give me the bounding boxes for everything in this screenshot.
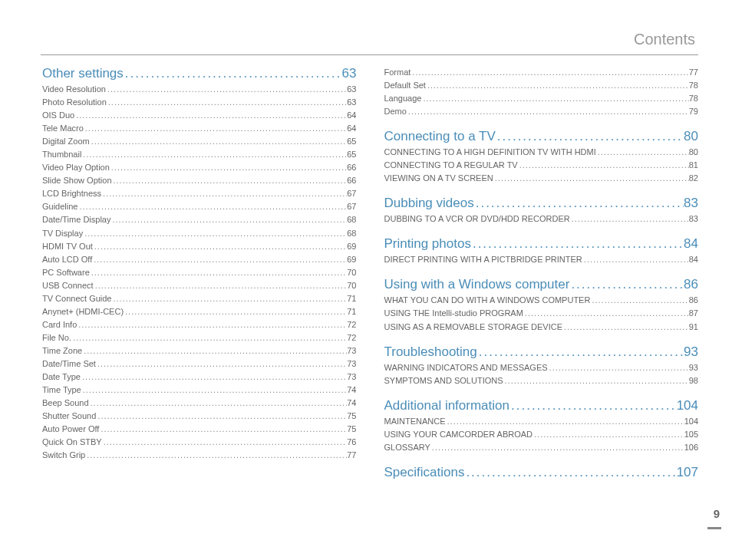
toc-entry[interactable]: HDMI TV Out.............................… — [42, 240, 357, 253]
entry-label: TV Connect Guide — [42, 292, 112, 305]
section-page: 83 — [684, 196, 698, 211]
toc-entry[interactable]: USING YOUR CAMCORDER ABROAD.............… — [384, 428, 699, 441]
entry-label: Video Resolution — [42, 83, 106, 96]
entry-label: WHAT YOU CAN DO WITH A WINDOWS COMPUTER — [384, 294, 591, 307]
entry-page: 73 — [347, 357, 356, 371]
header-rule — [41, 54, 698, 55]
leader-dots: ........................................… — [92, 253, 347, 266]
toc-section-heading[interactable]: Additional information..................… — [384, 398, 699, 413]
entry-label: Demo — [384, 105, 407, 118]
entry-page: 63 — [347, 96, 356, 109]
toc-entry[interactable]: Tele Macro..............................… — [42, 122, 357, 135]
toc-entry[interactable]: Digital Zoom............................… — [42, 135, 357, 148]
leader-dots: ........................................… — [71, 331, 347, 344]
entry-page: 64 — [347, 109, 356, 122]
entry-label: Thumbnail — [42, 148, 81, 161]
section-title: Specifications — [384, 465, 465, 480]
entry-label: USING YOUR CAMCORDER ABROAD — [384, 428, 533, 441]
entry-label: HDMI TV Out — [42, 240, 93, 253]
entry-page: 71 — [347, 292, 356, 305]
section-title: Using with a Windows computer — [384, 277, 570, 292]
leader-dots: ........................................… — [533, 428, 684, 441]
toc-entry[interactable]: Switch Grip.............................… — [42, 449, 357, 462]
leader-dots: ........................................… — [106, 83, 347, 96]
toc-entry[interactable]: LCD Brightness..........................… — [42, 187, 357, 200]
toc-section-heading[interactable]: Using with a Windows computer...........… — [384, 277, 699, 292]
toc-entry[interactable]: PC Software.............................… — [42, 266, 357, 279]
entry-page: 87 — [689, 307, 698, 320]
toc-section-heading[interactable]: Printing photos.........................… — [384, 236, 699, 252]
toc-entry[interactable]: Card Info...............................… — [42, 318, 357, 331]
toc-entry[interactable]: Language................................… — [384, 92, 699, 105]
leader-dots: ........................................… — [596, 146, 689, 159]
entry-label: VIEWING ON A TV SCREEN — [384, 172, 493, 185]
toc-entry[interactable]: Beep Sound..............................… — [42, 397, 357, 410]
toc-entry[interactable]: Time Type...............................… — [42, 384, 357, 397]
leader-dots: ........................................… — [110, 161, 347, 174]
entry-label: MAINTENANCE — [384, 415, 446, 428]
toc-entry[interactable]: Format..................................… — [384, 66, 699, 79]
toc-entry[interactable]: CONNECTING TO A HIGH DEFINITION TV WITH … — [384, 146, 699, 159]
toc-entry[interactable]: Auto LCD Off............................… — [42, 253, 357, 266]
toc-entry[interactable]: GLOSSARY................................… — [384, 441, 699, 454]
toc-entry[interactable]: Shutter Sound...........................… — [42, 410, 357, 423]
toc-entry[interactable]: CONNECTING TO A REGULAR TV..............… — [384, 159, 699, 172]
leader-dots: ........................................… — [81, 384, 348, 397]
toc-entry[interactable]: Date/Time Set...........................… — [42, 357, 357, 371]
leader-dots: ........................................… — [590, 294, 688, 307]
leader-dots: ........................................… — [124, 66, 342, 81]
toc-section-heading[interactable]: Connecting to a TV......................… — [384, 129, 699, 144]
toc-entry[interactable]: TV Connect Guide........................… — [42, 292, 357, 305]
toc-entry[interactable]: USING THE Intelli-studio PROGRAM........… — [384, 307, 699, 320]
toc-entry[interactable]: WARNING INDICATORS AND MESSAGES.........… — [384, 361, 699, 374]
toc-entry[interactable]: DUBBING TO A VCR OR DVD/HDD RECORDER....… — [384, 212, 699, 226]
entry-page: 76 — [347, 436, 356, 449]
toc-entry[interactable]: Date Type...............................… — [42, 371, 357, 384]
section-title: Printing photos — [384, 236, 471, 252]
leader-dots: ........................................… — [474, 196, 684, 211]
toc-entry[interactable]: WHAT YOU CAN DO WITH A WINDOWS COMPUTER.… — [384, 294, 699, 307]
section-title: Troubleshooting — [384, 344, 477, 360]
entry-page: 68 — [347, 227, 356, 240]
toc-entry[interactable]: Video Resolution........................… — [42, 83, 357, 96]
toc-entry[interactable]: Quick On STBY...........................… — [42, 436, 357, 449]
leader-dots: ........................................… — [110, 213, 347, 226]
toc-entry[interactable]: Guideline...............................… — [42, 200, 357, 213]
toc-entry[interactable]: Anynet+ (HDMI-CEC)......................… — [42, 305, 357, 318]
leader-dots: ........................................… — [82, 344, 347, 357]
toc-entry[interactable]: Video Play Option.......................… — [42, 161, 357, 174]
toc-section-heading[interactable]: Other settings..........................… — [42, 66, 357, 81]
entry-label: SYMPTOMS AND SOLUTIONS — [384, 374, 503, 387]
entry-label: Date/Time Set — [42, 357, 96, 371]
toc-entry[interactable]: File No.................................… — [42, 331, 357, 344]
toc-entry[interactable]: Default Set.............................… — [384, 79, 699, 92]
toc-entry[interactable]: USING AS A REMOVABLE STORAGE DEVICE.....… — [384, 321, 699, 334]
toc-entry[interactable]: TV Display..............................… — [42, 227, 357, 240]
leader-dots: ........................................… — [112, 174, 348, 187]
entry-page: 79 — [689, 105, 698, 118]
entry-page: 64 — [347, 122, 356, 135]
toc-section-heading[interactable]: Troubleshooting.........................… — [384, 344, 699, 360]
toc-entry[interactable]: SYMPTOMS AND SOLUTIONS..................… — [384, 374, 699, 387]
leader-dots: ........................................… — [89, 397, 348, 410]
leader-dots: ........................................… — [77, 200, 347, 213]
leader-dots: ........................................… — [426, 79, 689, 92]
toc-entry[interactable]: Demo....................................… — [384, 105, 699, 118]
leader-dots: ........................................… — [411, 66, 688, 79]
toc-entry[interactable]: OIS Duo.................................… — [42, 109, 357, 122]
toc-entry[interactable]: DIRECT PRINTING WITH A PICTBRIDGE PRINTE… — [384, 253, 699, 266]
toc-entry[interactable]: VIEWING ON A TV SCREEN..................… — [384, 172, 699, 185]
entry-page: 105 — [684, 428, 698, 441]
toc-section-heading[interactable]: Specifications..........................… — [384, 465, 699, 480]
toc-entry[interactable]: MAINTENANCE.............................… — [384, 415, 699, 428]
toc-entry[interactable]: Thumbnail...............................… — [42, 148, 357, 161]
toc-entry[interactable]: Photo Resolution........................… — [42, 96, 357, 109]
toc-entry[interactable]: Slide Show Option.......................… — [42, 174, 357, 187]
toc-section-heading[interactable]: Dubbing videos..........................… — [384, 196, 699, 211]
toc-entry[interactable]: Time Zone...............................… — [42, 344, 357, 357]
toc-entry[interactable]: USB Connect.............................… — [42, 279, 357, 292]
toc-entry[interactable]: Auto Power Off..........................… — [42, 423, 357, 436]
toc-entry[interactable]: Date/Time Display.......................… — [42, 213, 357, 226]
entry-label: Time Type — [42, 384, 81, 397]
entry-label: Format — [384, 66, 411, 79]
